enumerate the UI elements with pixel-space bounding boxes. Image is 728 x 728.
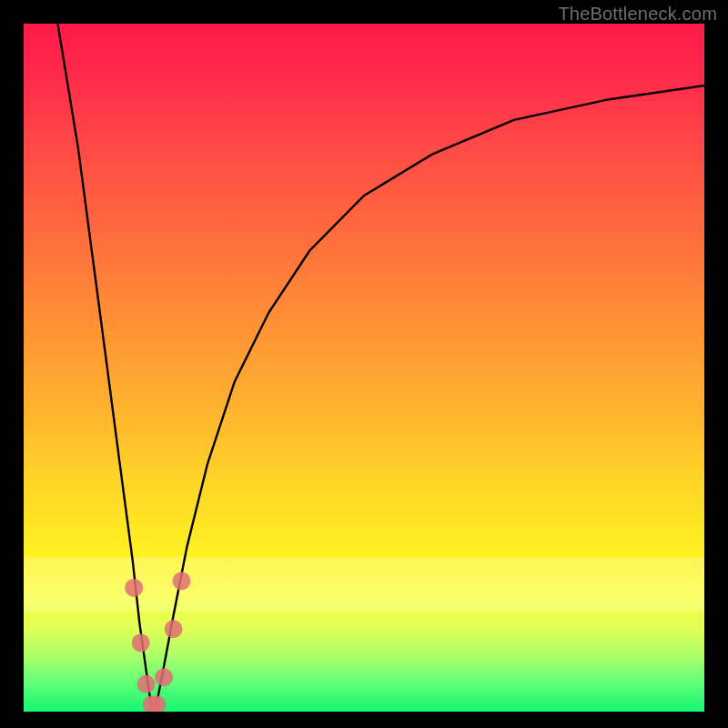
highlight-dot <box>137 675 156 693</box>
highlight-dots <box>125 571 190 712</box>
highlight-dot <box>155 668 173 686</box>
highlight-dot <box>132 633 150 652</box>
curve-layer <box>24 24 704 712</box>
bottleneck-curve <box>57 24 704 704</box>
chart-outer: TheBottleneck.com <box>0 0 728 728</box>
highlight-dot <box>165 620 183 638</box>
plot-area <box>24 24 704 712</box>
highlight-dot <box>125 579 143 597</box>
attribution-text: TheBottleneck.com <box>558 4 717 25</box>
highlight-dot <box>173 571 191 590</box>
